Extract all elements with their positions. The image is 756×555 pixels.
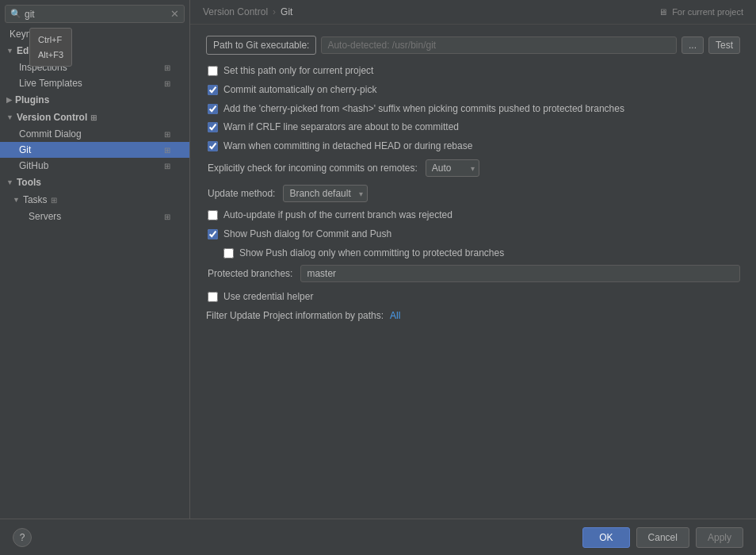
sidebar-item-inspections[interactable]: Inspections ⊞: [0, 59, 189, 75]
checkbox-cherry-picked-suffix-label: Add the 'cherry-picked from <hash>' suff…: [223, 102, 624, 116]
sidebar: 🔍 ✕ Ctrl+F Alt+F3 Keymap ▼ Editor Inspec…: [0, 0, 190, 519]
checkbox-detached-row: Warn when committing in detached HEAD or…: [206, 140, 740, 153]
settings-panel: Path to Git executable: ... Test Set thi…: [190, 25, 756, 519]
update-method-select[interactable]: Branch default Merge Rebase: [283, 185, 368, 202]
tasks-icon-badge: ⊞: [51, 196, 57, 205]
update-method-select-wrapper: Branch default Merge Rebase: [283, 185, 368, 202]
sidebar-item-github[interactable]: GitHub ⊞: [0, 158, 189, 174]
github-icon-badge: ⊞: [164, 162, 170, 170]
checkbox-cherry-pick[interactable]: [208, 85, 218, 95]
checkbox-crlf[interactable]: [208, 122, 218, 132]
sidebar-section-plugins[interactable]: ▶ Plugins: [0, 91, 189, 109]
sidebar-item-live-templates[interactable]: Live Templates ⊞: [0, 75, 189, 91]
protected-branches-row: Protected branches:: [206, 265, 740, 282]
search-icon: 🔍: [10, 9, 21, 19]
arrow-icon: ▶: [6, 96, 12, 104]
checkbox-cherry-pick-label: Commit automatically on cherry-pick: [223, 83, 376, 97]
arrow-icon: ▼: [6, 113, 13, 121]
checkbox-cherry-pick-row: Commit automatically on cherry-pick: [206, 83, 740, 97]
checkbox-push-dialog-protected-label: Show Push dialog only when committing to…: [239, 247, 504, 260]
filter-update-label: Filter Update Project information by pat…: [206, 310, 384, 321]
git-exe-browse-button[interactable]: ...: [682, 36, 704, 54]
git-exe-input[interactable]: [321, 36, 677, 54]
git-exe-test-button[interactable]: Test: [708, 36, 740, 54]
sidebar-item-commit-dialog[interactable]: Commit Dialog ⊞: [0, 126, 189, 142]
checkbox-auto-update-label: Auto-update if push of the current branc…: [223, 209, 452, 222]
filter-update-link[interactable]: All: [390, 310, 400, 321]
servers-icon-badge: ⊞: [164, 212, 170, 221]
checkbox-show-push-dialog[interactable]: [208, 229, 218, 239]
checkbox-credential-helper-row: Use credential helper: [206, 290, 740, 304]
sidebar-section-editor[interactable]: ▼ Editor: [0, 42, 189, 59]
arrow-icon: ▼: [6, 178, 13, 186]
sidebar-item-git[interactable]: Git ⊞: [0, 142, 189, 158]
content-area: Version Control › Git 🖥 For current proj…: [190, 0, 756, 519]
incoming-commits-label: Explicitly check for incoming commits on…: [208, 163, 418, 174]
git-exe-row: Path to Git executable: ... Test: [206, 36, 740, 55]
clear-search-icon[interactable]: ✕: [170, 8, 179, 20]
help-button[interactable]: ?: [13, 528, 32, 547]
incoming-commits-row: Explicitly check for incoming commits on…: [206, 159, 740, 177]
commit-dialog-icon-badge: ⊞: [164, 130, 170, 139]
breadcrumb-for-project: For current project: [672, 7, 743, 17]
search-bar: 🔍 ✕ Ctrl+F Alt+F3: [5, 5, 185, 23]
checkbox-current-project-row: Set this path only for current project: [206, 64, 740, 78]
filter-update-row: Filter Update Project information by pat…: [206, 310, 740, 321]
breadcrumb-part1: Version Control: [203, 6, 268, 17]
checkbox-crlf-label: Warn if CRLF line separators are about t…: [223, 121, 459, 134]
checkbox-detached[interactable]: [208, 141, 218, 151]
checkbox-push-dialog-protected[interactable]: [223, 248, 234, 258]
ok-button[interactable]: OK: [582, 527, 629, 548]
live-templates-icon-badge: ⊞: [164, 79, 170, 88]
checkbox-current-project[interactable]: [208, 66, 218, 76]
incoming-commits-select-wrapper: Auto Always Never: [426, 159, 479, 177]
breadcrumb-separator: ›: [273, 6, 276, 17]
bottom-bar: ? OK Cancel Apply: [0, 519, 756, 555]
checkbox-crlf-row: Warn if CRLF line separators are about t…: [206, 121, 740, 134]
inspections-icon-badge: ⊞: [164, 63, 170, 72]
checkbox-show-push-dialog-label: Show Push dialog for Commit and Push: [223, 228, 391, 241]
action-buttons: OK Cancel Apply: [582, 527, 743, 548]
checkbox-auto-update-row: Auto-update if push of the current branc…: [206, 209, 740, 222]
sidebar-section-tasks[interactable]: ▼ Tasks ⊞: [0, 191, 189, 209]
version-control-icon-badge: ⊞: [90, 113, 97, 122]
sidebar-section-tools[interactable]: ▼ Tools: [0, 174, 189, 191]
checkbox-show-push-dialog-row: Show Push dialog for Commit and Push: [206, 228, 740, 241]
sidebar-section-version-control[interactable]: ▼ Version Control ⊞: [0, 109, 189, 126]
checkbox-credential-helper[interactable]: [208, 292, 218, 302]
checkbox-cherry-picked-suffix-row: Add the 'cherry-picked from <hash>' suff…: [206, 102, 740, 116]
breadcrumb: Version Control › Git 🖥 For current proj…: [190, 0, 756, 25]
apply-button[interactable]: Apply: [696, 527, 743, 548]
sidebar-item-servers[interactable]: Servers ⊞: [0, 209, 189, 224]
checkbox-auto-update[interactable]: [208, 210, 218, 220]
update-method-label: Update method:: [208, 188, 275, 199]
keyboard-shortcut-tooltip: Ctrl+F Alt+F3: [29, 28, 72, 67]
git-icon-badge: ⊞: [164, 146, 170, 155]
update-method-row: Update method: Branch default Merge Reba…: [206, 185, 740, 202]
main-layout: 🔍 ✕ Ctrl+F Alt+F3 Keymap ▼ Editor Inspec…: [0, 0, 756, 519]
breadcrumb-part2: Git: [281, 6, 292, 17]
git-exe-label: Path to Git executable:: [206, 36, 316, 55]
sidebar-item-keymap[interactable]: Keymap: [0, 26, 189, 42]
cancel-button[interactable]: Cancel: [636, 527, 689, 548]
checkbox-push-dialog-protected-row: Show Push dialog only when committing to…: [206, 247, 740, 260]
search-input[interactable]: [25, 9, 170, 20]
checkbox-credential-helper-label: Use credential helper: [223, 290, 313, 304]
checkbox-detached-label: Warn when committing in detached HEAD or…: [223, 140, 472, 153]
checkbox-current-project-label: Set this path only for current project: [223, 64, 373, 78]
arrow-icon: ▼: [6, 47, 13, 55]
arrow-icon: ▼: [13, 196, 20, 204]
incoming-commits-select[interactable]: Auto Always Never: [426, 159, 479, 177]
protected-branches-label: Protected branches:: [208, 268, 292, 279]
checkbox-cherry-picked-suffix[interactable]: [208, 104, 218, 114]
breadcrumb-project-icon: 🖥: [659, 7, 667, 17]
protected-branches-input[interactable]: [300, 265, 740, 282]
